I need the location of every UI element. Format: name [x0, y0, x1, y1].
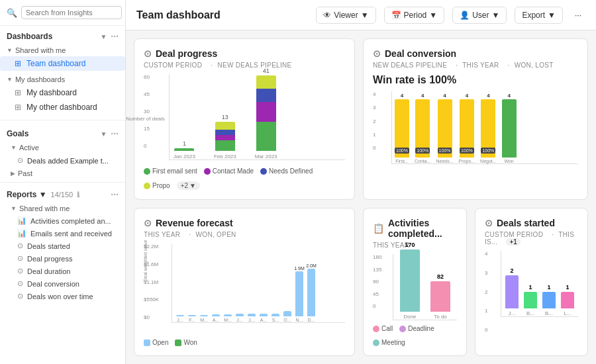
my-dashboards-group: ▼ My dashboards ⊞ My dashboard ⊞ My othe…: [0, 73, 125, 114]
revenue-chart-area: $2.2M$1.6M$1.1M$550K$0 Deal weighted val…: [144, 244, 345, 334]
dashboard-icon: ⊞: [13, 88, 23, 97]
report-icon: ⊙: [17, 242, 23, 250]
goals-more-icon[interactable]: ···: [111, 128, 119, 139]
report-deal-conversion[interactable]: ⊙ Deal conversion: [7, 277, 119, 290]
past-label[interactable]: ▶ Past: [0, 167, 125, 179]
sidebar-item-deals-added[interactable]: ⊙ Deals added Example t...: [0, 154, 125, 167]
chevron-down-icon: ▼: [548, 11, 556, 20]
activities-icon: 📋: [373, 223, 384, 234]
deal-conversion-title: ⊙ Deal conversion: [373, 48, 578, 59]
legend-won: Won: [175, 339, 197, 346]
deals-started-chart-area: 43210 2 J... 1 B...: [485, 251, 578, 346]
goal-icon: ⊙: [17, 156, 23, 165]
shared-with-me-label[interactable]: ▼ Shared with me: [0, 44, 125, 56]
rev-bar-m2: M...: [223, 314, 233, 322]
deal-conversion-card: ⊙ Deal conversion NEW DEALS PIPELINE · T…: [363, 38, 588, 200]
calendar-icon: 📅: [391, 11, 401, 20]
legend-first-email: First email sent: [144, 167, 197, 175]
deal-progress-chart-area: 604530150 Number of deals 1 Jan 2023 13: [144, 74, 345, 162]
bar-chart: 1 Jan 2023 13 Feb 2023: [169, 74, 345, 160]
legend-open: Open: [144, 339, 168, 346]
conv-bar-first: 4 100% First...: [395, 93, 409, 163]
chevron-down-icon: ▼: [361, 11, 369, 20]
legend-meeting: Meeting: [373, 339, 405, 346]
sidebar: 🔍 + Dashboards ▼ ··· ▼ Shared with me ⊞ …: [0, 0, 126, 364]
activities-chart-area: 18013590450 170 Done 82 To do: [373, 254, 457, 322]
report-deal-duration[interactable]: ⊙ Deal duration: [7, 265, 119, 277]
active-label[interactable]: ▼ Active: [0, 142, 125, 154]
ds-bar-b1: 1 B...: [524, 284, 537, 316]
legend-deadline: Deadline: [399, 325, 434, 332]
sidebar-search-area: 🔍 +: [0, 0, 125, 26]
report-icon: ⊙: [17, 254, 23, 263]
dashboards-section: Dashboards ▼ ···: [0, 26, 125, 44]
goals-label: Goals: [7, 129, 28, 138]
legend-propo: Propo: [144, 181, 170, 190]
report-deals-started[interactable]: ⊙ Deals started: [7, 240, 119, 252]
deals-started-subtitle: CUSTOM PERIOD · THIS IS... +1: [485, 231, 578, 246]
goals-section: Goals ▼ ···: [0, 123, 125, 142]
dashboards-label: Dashboards: [7, 32, 52, 41]
search-input[interactable]: [21, 6, 122, 19]
dashboards-header[interactable]: Dashboards ▼ ···: [7, 31, 119, 42]
viewer-button[interactable]: 👁 Viewer ▼: [316, 7, 375, 24]
rev-bar-j2: J...: [234, 314, 245, 322]
report-emails-sent[interactable]: 📊 Emails sent and received: [7, 227, 119, 240]
win-rate-label: Win rate is 100%: [373, 74, 578, 86]
activities-legend: Call Deadline Meeting: [373, 325, 457, 346]
sidebar-item-my-other-dashboard[interactable]: ⊞ My other dashboard: [0, 100, 125, 114]
ds-y-axis: 43210: [485, 251, 487, 333]
dashboards-more-icon[interactable]: ···: [111, 31, 119, 42]
legend-more-button[interactable]: +2 ▼: [177, 181, 200, 190]
report-deal-progress[interactable]: ⊙ Deal progress: [7, 252, 119, 265]
conv-bar-needs: 4 100% Needs...: [436, 93, 454, 163]
bar-mar: 41 Mar 2023: [255, 68, 277, 159]
period-button[interactable]: 📅 Period ▼: [384, 7, 445, 24]
dashboards-chevron-icon: ▼: [100, 33, 107, 40]
rev-bar-j: J...: [175, 315, 185, 322]
rev-bar-d: 2.0M D...: [306, 263, 317, 322]
shared-with-me-reports[interactable]: ▼ Shared with me: [7, 203, 119, 214]
user-button[interactable]: 👤 User ▼: [452, 7, 507, 24]
revenue-forecast-title: ⊙ Revenue forecast: [144, 218, 345, 228]
deals-started-title: ⊙ Deals started: [485, 218, 578, 228]
ds-bar-b2: 1 B...: [542, 284, 556, 316]
bar-feb: 13 Feb 2023: [214, 114, 236, 159]
revenue-bars: J... F... M... A...: [172, 244, 345, 323]
activity-bars: 170 Done 82 To do: [393, 254, 457, 320]
activities-title: 📋 Activities completed...: [373, 218, 457, 239]
divider-1: [0, 120, 125, 120]
rev-bar-s: S...: [270, 314, 281, 322]
reports-more-icon[interactable]: ···: [111, 189, 119, 200]
sidebar-item-my-dashboard[interactable]: ⊞ My dashboard: [0, 85, 125, 100]
report-icon: 📊: [17, 229, 26, 238]
rev-bar-a1: A...: [211, 314, 221, 322]
act-bar-done: 170 Done: [400, 242, 420, 320]
more-options-button[interactable]: ···: [571, 7, 585, 23]
sidebar-item-team-dashboard[interactable]: ⊞ Team dashboard: [0, 56, 125, 71]
conv-bar-conta: 4 100% Conta...: [415, 93, 431, 163]
goals-header[interactable]: Goals ▼ ···: [7, 128, 119, 139]
reports-header: Reports ▼ 14/150 ℹ ···: [7, 189, 119, 200]
act-bar-todo: 82 To do: [430, 273, 450, 320]
reports-section: Reports ▼ 14/150 ℹ ··· ▼ Shared with me …: [0, 185, 125, 305]
chevron-down-icon: ▼: [492, 11, 500, 20]
deals-started-icon: ⊙: [485, 218, 493, 228]
report-activities-completed[interactable]: 📊 Activities completed an...: [7, 214, 119, 227]
bottom-right-cards: 📋 Activities completed... THIS YEAR 1801…: [363, 208, 588, 356]
deals-started-more-button[interactable]: +1: [506, 238, 520, 246]
deal-progress-legend: First email sent Contact Made Needs Defi…: [144, 167, 345, 190]
export-button[interactable]: Export ▼: [515, 7, 563, 24]
shared-with-me-group: ▼ Shared with me ⊞ Team dashboard: [0, 44, 125, 71]
chevron-right-icon: ▼: [7, 76, 13, 83]
info-icon: ℹ: [77, 191, 79, 199]
conv-y-axis: 43210: [373, 91, 375, 151]
chevron-down-icon: ▼: [189, 182, 196, 189]
report-deals-won[interactable]: ⊙ Deals won over time: [7, 290, 119, 302]
deals-started-card: ⊙ Deals started CUSTOM PERIOD · THIS IS.…: [475, 208, 588, 356]
revenue-legend: Open Won: [144, 339, 345, 346]
my-dashboards-label[interactable]: ▼ My dashboards: [0, 73, 125, 85]
rev-bar-n: 1.9M N...: [294, 266, 305, 322]
reports-label[interactable]: Reports ▼: [7, 190, 47, 199]
legend-contact-made: Contact Made: [204, 167, 254, 175]
